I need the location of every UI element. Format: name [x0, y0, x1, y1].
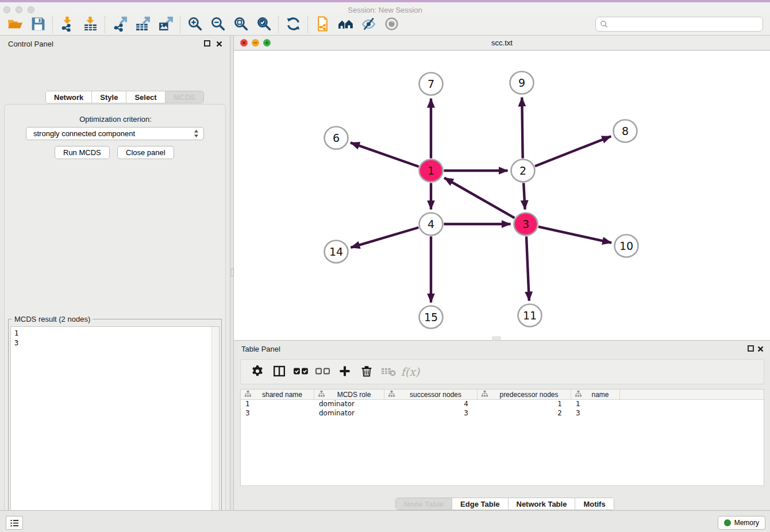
run-mcds-button[interactable]: Run MCDS — [55, 146, 110, 159]
cell-predecessor-nodes[interactable]: 2 — [478, 409, 571, 418]
column-type-icon — [387, 390, 396, 399]
edge-3-11[interactable] — [526, 237, 529, 301]
graph-node-4[interactable]: 4 — [419, 213, 443, 236]
import-table-file-button[interactable] — [79, 15, 102, 34]
network-zoom-icon[interactable] — [263, 39, 271, 47]
graph-node-9[interactable]: 9 — [510, 72, 534, 94]
close-panel-icon[interactable] — [215, 40, 223, 47]
show-hide-eye-button[interactable] — [380, 15, 403, 34]
zoom-selected-icon — [256, 16, 272, 33]
open-file-button[interactable] — [3, 15, 26, 34]
zoom-selected-button[interactable] — [252, 15, 275, 34]
panel-splitter[interactable] — [230, 36, 234, 510]
export-table-button[interactable] — [131, 15, 154, 34]
edge-3-10[interactable] — [538, 227, 611, 243]
tab-style[interactable]: Style — [92, 91, 126, 103]
mcds-result-text[interactable]: 1 3 — [10, 326, 220, 532]
zoom-out-button[interactable] — [206, 15, 229, 34]
graph-node-15[interactable]: 15 — [419, 306, 443, 329]
table-row[interactable]: 3dominator323 — [241, 409, 764, 418]
edge-4-14[interactable] — [351, 228, 418, 248]
graph-node-1[interactable]: 1 — [419, 160, 443, 182]
mcds-result-scrollbar[interactable] — [211, 327, 219, 532]
refresh-view-button[interactable] — [282, 15, 305, 34]
svg-text:4: 4 — [428, 218, 434, 230]
toolbar-separator — [52, 16, 53, 33]
splitter-grip[interactable] — [231, 268, 233, 276]
cell-successor-nodes[interactable]: 3 — [384, 409, 478, 418]
table-panel: Table Panel f(x) shared nameMCDS rolesuc… — [234, 340, 770, 510]
columns-button[interactable] — [268, 361, 290, 382]
tab-motifs[interactable]: Motifs — [575, 498, 613, 510]
export-image-button[interactable] — [154, 15, 177, 34]
close-panel-button[interactable]: Close panel — [117, 146, 174, 159]
save-session-button[interactable] — [26, 15, 49, 34]
tab-edge-table[interactable]: Edge Table — [452, 498, 508, 510]
table-toolbar: f(x) — [240, 359, 764, 384]
add-column-button[interactable] — [334, 361, 356, 382]
graph-node-3[interactable]: 3 — [514, 213, 538, 236]
search-input[interactable] — [609, 20, 763, 29]
edge-2-8[interactable] — [535, 136, 611, 166]
criterion-dropdown[interactable]: strongly connected component — [26, 127, 204, 140]
export-table-icon — [135, 16, 151, 33]
svg-text:10: 10 — [619, 240, 633, 252]
edge-3-1[interactable] — [444, 178, 514, 218]
zoom-fit-content-button[interactable] — [229, 15, 252, 34]
canvas-resize-grip[interactable] — [492, 337, 500, 340]
import-network-file-button[interactable] — [56, 15, 79, 34]
new-network-from-file-button[interactable] — [311, 15, 334, 34]
tab-node-table[interactable]: Node Table — [396, 498, 452, 510]
select-all-checks-button[interactable] — [290, 361, 312, 382]
edge-2-3[interactable] — [523, 183, 525, 210]
column-header-successor-nodes[interactable]: successor nodes — [384, 390, 478, 399]
cell-shared-name[interactable]: 1 — [241, 400, 314, 409]
edge-1-6[interactable] — [351, 142, 419, 167]
zoom-in-button[interactable] — [183, 15, 206, 34]
float-panel-icon[interactable] — [204, 40, 210, 47]
graph-node-8[interactable]: 8 — [614, 120, 637, 142]
delete-table-icon — [380, 366, 396, 378]
delete-button[interactable] — [356, 361, 378, 382]
toolbar-separator — [307, 16, 308, 33]
toggle-graphics-details-button[interactable] — [357, 15, 380, 34]
gear-button[interactable] — [247, 361, 268, 382]
column-header-name[interactable]: name — [571, 390, 620, 399]
network-canvas[interactable]: 7968124314101511 — [234, 51, 770, 340]
graph-node-6[interactable]: 6 — [325, 127, 348, 149]
table-close-icon[interactable] — [757, 345, 764, 352]
cell-name[interactable]: 1 — [571, 400, 620, 409]
cell-predecessor-nodes[interactable]: 1 — [478, 400, 571, 409]
search-field[interactable] — [595, 17, 763, 32]
cell-MCDS-role[interactable]: dominator — [314, 400, 384, 409]
cell-MCDS-role[interactable]: dominator — [314, 409, 384, 418]
tab-select[interactable]: Select — [126, 91, 165, 103]
column-header-shared-name[interactable]: shared name — [241, 390, 314, 399]
deselect-all-checks-button[interactable] — [312, 361, 334, 382]
cell-shared-name[interactable]: 3 — [241, 409, 314, 418]
network-close-icon[interactable] — [240, 39, 248, 47]
table-float-icon[interactable] — [748, 345, 754, 352]
tab-mcds[interactable]: MCDS — [165, 91, 203, 103]
cell-name[interactable]: 3 — [571, 409, 620, 418]
tab-network-table[interactable]: Network Table — [509, 498, 576, 510]
network-minimize-icon[interactable] — [252, 39, 259, 47]
network-window-titlebar: scc.txt — [234, 36, 770, 51]
column-header-predecessor-nodes[interactable]: predecessor nodes — [478, 390, 571, 399]
network-window-title: scc.txt — [234, 36, 770, 50]
graph-node-10[interactable]: 10 — [615, 235, 638, 257]
graph-node-14[interactable]: 14 — [325, 241, 348, 263]
tab-network[interactable]: Network — [46, 91, 92, 103]
graph-node-2[interactable]: 2 — [511, 160, 535, 182]
export-network-button[interactable] — [108, 15, 131, 34]
task-history-button[interactable] — [6, 516, 23, 530]
memory-button[interactable]: Memory — [718, 516, 765, 530]
graph-node-11[interactable]: 11 — [518, 304, 542, 327]
cell-successor-nodes[interactable]: 4 — [384, 400, 478, 409]
main-toolbar — [0, 13, 770, 36]
graph-node-7[interactable]: 7 — [419, 73, 443, 95]
table-row[interactable]: 1dominator411 — [241, 400, 764, 409]
column-header-MCDS-role[interactable]: MCDS role — [314, 390, 384, 399]
first-neighbors-button[interactable] — [334, 15, 357, 34]
edge-2-9[interactable] — [522, 98, 522, 159]
